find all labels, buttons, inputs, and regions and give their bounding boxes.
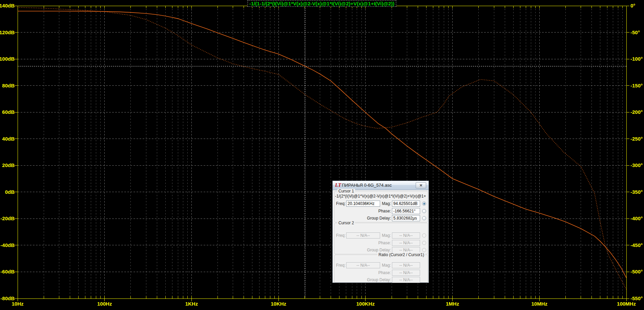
ratio-freq-label: Freq: xyxy=(334,263,346,268)
cursor1-freq-label: Freq: xyxy=(334,201,346,206)
y-left-tick-label: 60dB xyxy=(2,109,15,115)
y-right-tick-label: -50° xyxy=(630,29,640,35)
cursor1-mag-label: Mag: xyxy=(373,201,391,206)
cursor1-group-delay-label: Group Delay: xyxy=(360,216,391,221)
cursor2-mag-radio[interactable] xyxy=(422,233,426,237)
cursor1-group-delay-field[interactable] xyxy=(392,215,420,221)
dialog-title: ПИРАНЬЯ 0-6G_574.asc xyxy=(342,183,392,188)
y-right-tick-label: -300° xyxy=(630,162,643,168)
y-right-tick-label: -350° xyxy=(630,189,643,195)
cursor1-expression: -1/(2*(I(Vi)@1*V(x)@2-V(x)@1*I(Vi)@2)+V(… xyxy=(335,194,426,199)
close-button[interactable]: ✕ xyxy=(416,182,426,188)
cursor2-mag-field xyxy=(392,232,420,239)
ratio-group-delay-label: Group Delay: xyxy=(360,277,391,282)
y-left-tick-label: -40dB xyxy=(0,242,15,248)
y-left-tick-label: -60dB xyxy=(0,269,15,274)
ratio-phase-field xyxy=(392,270,420,276)
trace-expression-title[interactable]: -1/(1-1/(2*(I(Vi)@1*V(x)@2-V(x)@1*I(Vi)@… xyxy=(248,0,396,7)
ratio-phase-label: Phase: xyxy=(367,270,391,275)
cursor1-phase-field[interactable] xyxy=(392,208,420,214)
cursor1-phase-label: Phase: xyxy=(367,209,391,213)
y-left-tick-label: 20dB xyxy=(2,162,15,168)
ltspice-logo-icon: LT xyxy=(335,182,341,188)
radio-dot xyxy=(423,203,425,205)
cursor1-phase-radio[interactable] xyxy=(422,209,426,213)
ratio-mag-label: Mag: xyxy=(373,263,391,268)
bode-plot[interactable]: 10Hz100Hz1KHz10KHz100KHz1MHz10MHz100MHz1… xyxy=(0,0,644,310)
cursor1-mag-field[interactable] xyxy=(392,201,420,207)
y-left-tick-label: -20dB xyxy=(0,215,15,221)
cursor1-heading: Cursor 1 xyxy=(337,189,355,193)
y-right-tick-label: -400° xyxy=(630,215,643,221)
y-right-tick-label: -250° xyxy=(630,136,643,142)
cursor2-heading: Cursor 2 xyxy=(337,221,355,225)
ratio-heading: Ratio (Cursor2 / Cursor1) xyxy=(377,252,425,257)
y-left-tick-label: 100dB xyxy=(0,56,15,62)
y-right-tick-label: -550° xyxy=(630,295,643,301)
x-tick-label: 10Hz xyxy=(12,301,23,307)
cursor2-freq-label: Freq: xyxy=(334,233,346,238)
cursor2-phase-label: Phase: xyxy=(367,241,391,245)
x-tick-label: 100Hz xyxy=(97,301,112,307)
y-left-tick-label: 80dB xyxy=(2,83,15,88)
y-left-tick-label: -80dB xyxy=(0,295,15,301)
y-left-tick-label: 140dB xyxy=(0,3,15,8)
y-right-tick-label: -500° xyxy=(630,269,643,274)
cursor1-group-delay-radio[interactable] xyxy=(422,216,426,220)
ratio-mag-field xyxy=(392,262,420,268)
x-tick-label: 100MHz xyxy=(617,301,636,307)
cursor1-mag-radio[interactable] xyxy=(422,202,426,206)
y-left-tick-label: 40dB xyxy=(2,136,15,142)
y-right-tick-label: -450° xyxy=(630,242,643,248)
y-right-tick-label: -150° xyxy=(630,83,643,88)
y-right-tick-label: -200° xyxy=(630,109,643,115)
cursor2-phase-radio[interactable] xyxy=(422,241,426,245)
x-tick-label: 10MHz xyxy=(532,301,548,307)
ltspice-waveform-window: 10Hz100Hz1KHz10KHz100KHz1MHz10MHz100MHz1… xyxy=(0,0,644,310)
y-right-tick-label: 0° xyxy=(630,3,635,8)
x-tick-label: 1MHz xyxy=(446,301,459,307)
x-tick-label: 1KHz xyxy=(185,301,198,307)
plot-area[interactable] xyxy=(18,6,626,298)
y-left-tick-label: 0dB xyxy=(5,189,15,195)
y-left-tick-label: 120dB xyxy=(0,29,15,35)
x-tick-label: 10KHz xyxy=(271,301,286,307)
y-right-tick-label: -100° xyxy=(630,56,643,62)
cursor2-group-delay-label: Group Delay: xyxy=(360,248,391,252)
cursor2-mag-label: Mag: xyxy=(373,233,391,238)
x-tick-label: 100KHz xyxy=(356,301,375,307)
cursor2-phase-field xyxy=(392,240,420,246)
cursor2-group-delay-radio[interactable] xyxy=(422,248,426,252)
ratio-group-delay-field xyxy=(392,277,420,283)
cursor-dialog[interactable]: LT ПИРАНЬЯ 0-6G_574.asc ✕ Cursor 1 -1/(2… xyxy=(332,181,429,283)
